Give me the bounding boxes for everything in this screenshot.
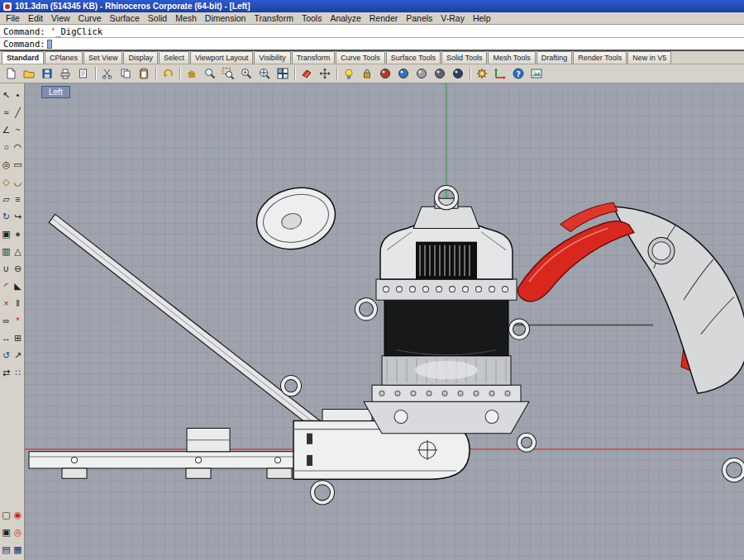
menu-v-ray[interactable]: V-Ray (436, 12, 469, 24)
menu-help[interactable]: Help (469, 12, 495, 24)
notepad-button[interactable] (75, 65, 92, 82)
motor-assembly[interactable] (364, 198, 529, 433)
tab-transform[interactable]: Transform (292, 51, 336, 64)
command-input-line[interactable]: Command: (0, 38, 744, 51)
polyline-tool[interactable]: ∠ (1, 124, 12, 135)
zoom-window-button[interactable] (220, 65, 236, 82)
open-file-button[interactable] (21, 65, 37, 82)
arc-tool[interactable]: ◠ (12, 141, 24, 153)
point-tool[interactable]: • (12, 89, 24, 101)
rendered-view-button[interactable] (395, 65, 412, 82)
cad-model[interactable] (29, 179, 744, 504)
show-objects-tool[interactable]: ◉ (12, 509, 24, 520)
options-button[interactable] (474, 65, 490, 82)
hide-objects-tool[interactable]: ▢ (1, 509, 12, 520)
ellipse-tool[interactable]: ◎ (1, 159, 12, 170)
cplane-button[interactable] (492, 65, 508, 82)
lamp-button[interactable] (341, 65, 357, 82)
menu-panels[interactable]: Panels (402, 12, 436, 24)
ring-curve[interactable] (311, 481, 335, 505)
cut-button[interactable] (99, 65, 116, 82)
tab-drafting[interactable]: Drafting (537, 51, 573, 64)
loft-tool[interactable]: ≡ (12, 193, 24, 205)
rotate-tool[interactable]: ↺ (1, 349, 12, 361)
zoom-selected-button[interactable] (238, 65, 255, 82)
menu-dimension[interactable]: Dimension (201, 12, 250, 24)
menu-solid[interactable]: Solid (144, 12, 171, 24)
tab-mesh-tools[interactable]: Mesh Tools (488, 51, 535, 64)
zoom-extents-button[interactable] (256, 65, 273, 82)
undo-button[interactable] (160, 65, 176, 82)
trim-tool[interactable]: × (1, 297, 12, 309)
paste-button[interactable] (136, 65, 152, 82)
explode-tool[interactable]: * (12, 315, 24, 326)
save-button[interactable] (39, 65, 55, 82)
offset-curve-tool[interactable]: ◡ (12, 176, 24, 187)
ring-curve[interactable] (355, 298, 378, 320)
viewport-layout-button[interactable] (274, 65, 291, 82)
mirror-tool[interactable]: ⇄ (1, 367, 12, 378)
copy-button[interactable] (117, 65, 134, 82)
ring-curve[interactable] (723, 458, 744, 482)
ring-curve[interactable] (281, 376, 302, 396)
rectangle-tool[interactable]: ▭ (12, 159, 24, 170)
curved-arm[interactable] (613, 206, 744, 393)
line-tool[interactable]: ╱ (12, 107, 24, 118)
array-tool[interactable]: ∷ (12, 367, 24, 378)
elliptical-disc[interactable] (250, 179, 342, 257)
menu-analyze[interactable]: Analyze (326, 12, 365, 24)
layers-panel-tool[interactable]: ▤ (1, 543, 12, 555)
menu-surface[interactable]: Surface (106, 12, 144, 24)
boolean-difference-tool[interactable]: ⊖ (12, 263, 24, 274)
properties-panel-tool[interactable]: ▦ (12, 543, 24, 555)
unlock-objects-tool[interactable]: ◎ (12, 526, 24, 538)
ring-curve[interactable] (517, 433, 537, 452)
ring-curve[interactable] (509, 319, 530, 339)
shaded-view-button[interactable] (413, 65, 430, 82)
pan-view-button[interactable] (184, 65, 200, 82)
freeform-curve-tool[interactable]: ~ (12, 124, 24, 135)
help-button[interactable]: ? (510, 65, 527, 82)
tab-display[interactable]: Display (123, 51, 158, 64)
tab-viewport-layout[interactable]: Viewport Layout (190, 51, 253, 64)
polygon-tool[interactable]: ◇ (1, 176, 12, 187)
tab-cplanes[interactable]: CPlanes (45, 51, 83, 64)
boolean-union-tool[interactable]: ∪ (1, 263, 12, 274)
new-file-button[interactable] (2, 65, 19, 82)
move-tool[interactable]: ↔ (1, 332, 12, 344)
title-bar[interactable]: 101.3dm (514345 KB) - Rhinoceros Corpora… (0, 0, 744, 12)
xray-view-button[interactable] (450, 65, 466, 82)
circle-tool[interactable]: ○ (1, 141, 12, 153)
zoom-dynamic-button[interactable] (202, 65, 218, 82)
menu-edit[interactable]: Edit (24, 12, 47, 24)
ghosted-view-button[interactable] (432, 65, 448, 82)
screenshot-button[interactable] (528, 65, 545, 82)
tab-curve-tools[interactable]: Curve Tools (336, 51, 384, 64)
cylinder-tool[interactable]: ▥ (1, 245, 12, 257)
curve-tool[interactable]: ≈ (1, 107, 12, 118)
viewport-left[interactable]: Left (25, 83, 744, 560)
menu-transform[interactable]: Transform (250, 12, 297, 24)
viewport-title[interactable]: Left (41, 86, 70, 98)
chamfer-tool[interactable]: ◣ (12, 280, 24, 292)
menu-view[interactable]: View (47, 12, 74, 24)
tab-visibility[interactable]: Visibility (254, 51, 290, 64)
revolve-tool[interactable]: ↻ (1, 211, 12, 222)
base-plate[interactable] (29, 429, 302, 479)
red-handle[interactable] (517, 202, 634, 301)
lock-button[interactable] (359, 65, 375, 82)
menu-file[interactable]: File (2, 12, 24, 24)
menu-curve[interactable]: Curve (74, 12, 106, 24)
tab-new-in-v5[interactable]: New in V5 (627, 51, 671, 64)
sphere-tool[interactable]: ● (12, 228, 24, 240)
tab-standard[interactable]: Standard (2, 51, 44, 64)
tab-solid-tools[interactable]: Solid Tools (441, 51, 487, 64)
tab-select[interactable]: Select (159, 51, 189, 64)
split-tool[interactable]: ‖ (12, 297, 24, 309)
surface-plane-tool[interactable]: ▱ (1, 193, 12, 205)
cone-tool[interactable]: △ (12, 245, 24, 257)
copy-tool[interactable]: ⊞ (12, 332, 24, 344)
tab-render-tools[interactable]: Render Tools (573, 51, 627, 64)
tab-surface-tools[interactable]: Surface Tools (386, 51, 441, 64)
fillet-tool[interactable]: ◜ (1, 280, 12, 292)
